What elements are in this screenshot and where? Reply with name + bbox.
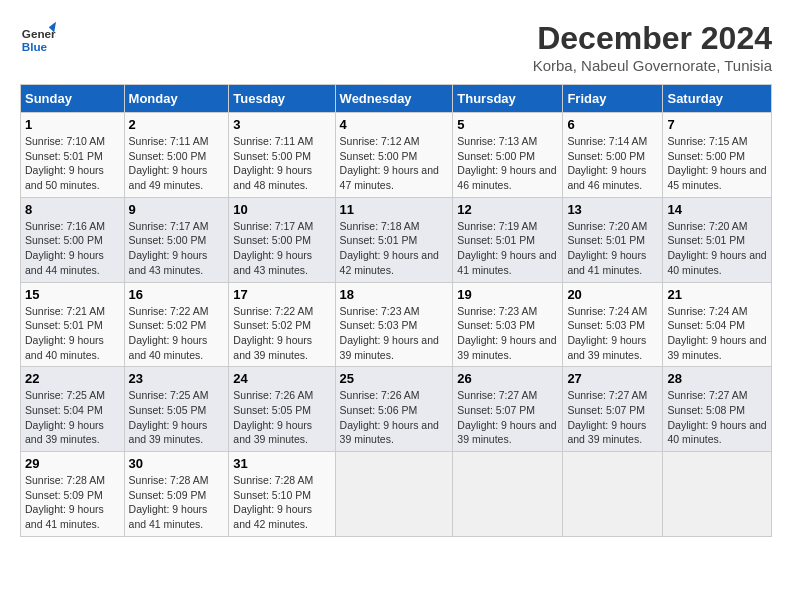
calendar-cell: 9Sunrise: 7:17 AM Sunset: 5:00 PM Daylig… — [124, 197, 229, 282]
header-cell-thursday: Thursday — [453, 85, 563, 113]
day-info: Sunrise: 7:24 AM Sunset: 5:04 PM Dayligh… — [667, 305, 766, 361]
day-number: 10 — [233, 202, 330, 217]
calendar-cell: 8Sunrise: 7:16 AM Sunset: 5:00 PM Daylig… — [21, 197, 125, 282]
day-info: Sunrise: 7:13 AM Sunset: 5:00 PM Dayligh… — [457, 135, 556, 191]
day-info: Sunrise: 7:24 AM Sunset: 5:03 PM Dayligh… — [567, 305, 647, 361]
day-info: Sunrise: 7:20 AM Sunset: 5:01 PM Dayligh… — [667, 220, 766, 276]
day-number: 20 — [567, 287, 658, 302]
page-subtitle: Korba, Nabeul Governorate, Tunisia — [533, 57, 772, 74]
header-cell-wednesday: Wednesday — [335, 85, 453, 113]
calendar-cell: 3Sunrise: 7:11 AM Sunset: 5:00 PM Daylig… — [229, 113, 335, 198]
day-number: 1 — [25, 117, 120, 132]
header-cell-saturday: Saturday — [663, 85, 772, 113]
day-info: Sunrise: 7:20 AM Sunset: 5:01 PM Dayligh… — [567, 220, 647, 276]
day-info: Sunrise: 7:11 AM Sunset: 5:00 PM Dayligh… — [129, 135, 209, 191]
day-number: 5 — [457, 117, 558, 132]
calendar-table: SundayMondayTuesdayWednesdayThursdayFrid… — [20, 84, 772, 537]
header-cell-friday: Friday — [563, 85, 663, 113]
day-info: Sunrise: 7:28 AM Sunset: 5:09 PM Dayligh… — [25, 474, 105, 530]
calendar-cell — [563, 452, 663, 537]
day-number: 28 — [667, 371, 767, 386]
day-info: Sunrise: 7:18 AM Sunset: 5:01 PM Dayligh… — [340, 220, 439, 276]
day-info: Sunrise: 7:10 AM Sunset: 5:01 PM Dayligh… — [25, 135, 105, 191]
header-cell-tuesday: Tuesday — [229, 85, 335, 113]
day-number: 29 — [25, 456, 120, 471]
day-info: Sunrise: 7:27 AM Sunset: 5:07 PM Dayligh… — [457, 389, 556, 445]
logo: General Blue — [20, 20, 56, 56]
calendar-cell: 29Sunrise: 7:28 AM Sunset: 5:09 PM Dayli… — [21, 452, 125, 537]
calendar-week-5: 29Sunrise: 7:28 AM Sunset: 5:09 PM Dayli… — [21, 452, 772, 537]
calendar-cell: 24Sunrise: 7:26 AM Sunset: 5:05 PM Dayli… — [229, 367, 335, 452]
day-info: Sunrise: 7:11 AM Sunset: 5:00 PM Dayligh… — [233, 135, 313, 191]
calendar-cell: 23Sunrise: 7:25 AM Sunset: 5:05 PM Dayli… — [124, 367, 229, 452]
calendar-cell: 13Sunrise: 7:20 AM Sunset: 5:01 PM Dayli… — [563, 197, 663, 282]
day-info: Sunrise: 7:17 AM Sunset: 5:00 PM Dayligh… — [129, 220, 209, 276]
day-info: Sunrise: 7:28 AM Sunset: 5:09 PM Dayligh… — [129, 474, 209, 530]
calendar-cell: 17Sunrise: 7:22 AM Sunset: 5:02 PM Dayli… — [229, 282, 335, 367]
day-number: 3 — [233, 117, 330, 132]
day-info: Sunrise: 7:16 AM Sunset: 5:00 PM Dayligh… — [25, 220, 105, 276]
svg-text:Blue: Blue — [22, 40, 48, 53]
day-info: Sunrise: 7:22 AM Sunset: 5:02 PM Dayligh… — [233, 305, 313, 361]
day-number: 16 — [129, 287, 225, 302]
day-info: Sunrise: 7:23 AM Sunset: 5:03 PM Dayligh… — [340, 305, 439, 361]
calendar-cell: 18Sunrise: 7:23 AM Sunset: 5:03 PM Dayli… — [335, 282, 453, 367]
calendar-week-4: 22Sunrise: 7:25 AM Sunset: 5:04 PM Dayli… — [21, 367, 772, 452]
day-info: Sunrise: 7:21 AM Sunset: 5:01 PM Dayligh… — [25, 305, 105, 361]
day-info: Sunrise: 7:26 AM Sunset: 5:05 PM Dayligh… — [233, 389, 313, 445]
day-number: 30 — [129, 456, 225, 471]
day-number: 27 — [567, 371, 658, 386]
calendar-cell: 27Sunrise: 7:27 AM Sunset: 5:07 PM Dayli… — [563, 367, 663, 452]
calendar-cell: 19Sunrise: 7:23 AM Sunset: 5:03 PM Dayli… — [453, 282, 563, 367]
calendar-cell: 25Sunrise: 7:26 AM Sunset: 5:06 PM Dayli… — [335, 367, 453, 452]
logo-icon: General Blue — [20, 20, 56, 56]
day-number: 15 — [25, 287, 120, 302]
day-number: 22 — [25, 371, 120, 386]
header-cell-sunday: Sunday — [21, 85, 125, 113]
calendar-body: 1Sunrise: 7:10 AM Sunset: 5:01 PM Daylig… — [21, 113, 772, 537]
calendar-cell: 12Sunrise: 7:19 AM Sunset: 5:01 PM Dayli… — [453, 197, 563, 282]
calendar-cell: 5Sunrise: 7:13 AM Sunset: 5:00 PM Daylig… — [453, 113, 563, 198]
calendar-cell: 30Sunrise: 7:28 AM Sunset: 5:09 PM Dayli… — [124, 452, 229, 537]
day-number: 17 — [233, 287, 330, 302]
calendar-cell: 21Sunrise: 7:24 AM Sunset: 5:04 PM Dayli… — [663, 282, 772, 367]
title-block: December 2024 Korba, Nabeul Governorate,… — [533, 20, 772, 74]
calendar-cell: 16Sunrise: 7:22 AM Sunset: 5:02 PM Dayli… — [124, 282, 229, 367]
day-info: Sunrise: 7:14 AM Sunset: 5:00 PM Dayligh… — [567, 135, 647, 191]
calendar-cell: 11Sunrise: 7:18 AM Sunset: 5:01 PM Dayli… — [335, 197, 453, 282]
day-info: Sunrise: 7:25 AM Sunset: 5:04 PM Dayligh… — [25, 389, 105, 445]
calendar-cell: 14Sunrise: 7:20 AM Sunset: 5:01 PM Dayli… — [663, 197, 772, 282]
day-number: 8 — [25, 202, 120, 217]
calendar-week-2: 8Sunrise: 7:16 AM Sunset: 5:00 PM Daylig… — [21, 197, 772, 282]
calendar-cell — [453, 452, 563, 537]
day-number: 24 — [233, 371, 330, 386]
page-title: December 2024 — [533, 20, 772, 57]
day-info: Sunrise: 7:28 AM Sunset: 5:10 PM Dayligh… — [233, 474, 313, 530]
day-number: 19 — [457, 287, 558, 302]
day-number: 7 — [667, 117, 767, 132]
day-number: 18 — [340, 287, 449, 302]
calendar-cell — [335, 452, 453, 537]
day-number: 6 — [567, 117, 658, 132]
day-number: 14 — [667, 202, 767, 217]
calendar-header-row: SundayMondayTuesdayWednesdayThursdayFrid… — [21, 85, 772, 113]
day-number: 13 — [567, 202, 658, 217]
calendar-cell — [663, 452, 772, 537]
calendar-cell: 7Sunrise: 7:15 AM Sunset: 5:00 PM Daylig… — [663, 113, 772, 198]
day-info: Sunrise: 7:15 AM Sunset: 5:00 PM Dayligh… — [667, 135, 766, 191]
calendar-cell: 6Sunrise: 7:14 AM Sunset: 5:00 PM Daylig… — [563, 113, 663, 198]
header-cell-monday: Monday — [124, 85, 229, 113]
calendar-cell: 31Sunrise: 7:28 AM Sunset: 5:10 PM Dayli… — [229, 452, 335, 537]
calendar-cell: 4Sunrise: 7:12 AM Sunset: 5:00 PM Daylig… — [335, 113, 453, 198]
day-info: Sunrise: 7:23 AM Sunset: 5:03 PM Dayligh… — [457, 305, 556, 361]
day-number: 12 — [457, 202, 558, 217]
day-info: Sunrise: 7:26 AM Sunset: 5:06 PM Dayligh… — [340, 389, 439, 445]
calendar-cell: 1Sunrise: 7:10 AM Sunset: 5:01 PM Daylig… — [21, 113, 125, 198]
page-header: General Blue December 2024 Korba, Nabeul… — [20, 20, 772, 74]
calendar-cell: 20Sunrise: 7:24 AM Sunset: 5:03 PM Dayli… — [563, 282, 663, 367]
day-number: 2 — [129, 117, 225, 132]
calendar-cell: 22Sunrise: 7:25 AM Sunset: 5:04 PM Dayli… — [21, 367, 125, 452]
calendar-week-3: 15Sunrise: 7:21 AM Sunset: 5:01 PM Dayli… — [21, 282, 772, 367]
day-info: Sunrise: 7:17 AM Sunset: 5:00 PM Dayligh… — [233, 220, 313, 276]
calendar-cell: 10Sunrise: 7:17 AM Sunset: 5:00 PM Dayli… — [229, 197, 335, 282]
